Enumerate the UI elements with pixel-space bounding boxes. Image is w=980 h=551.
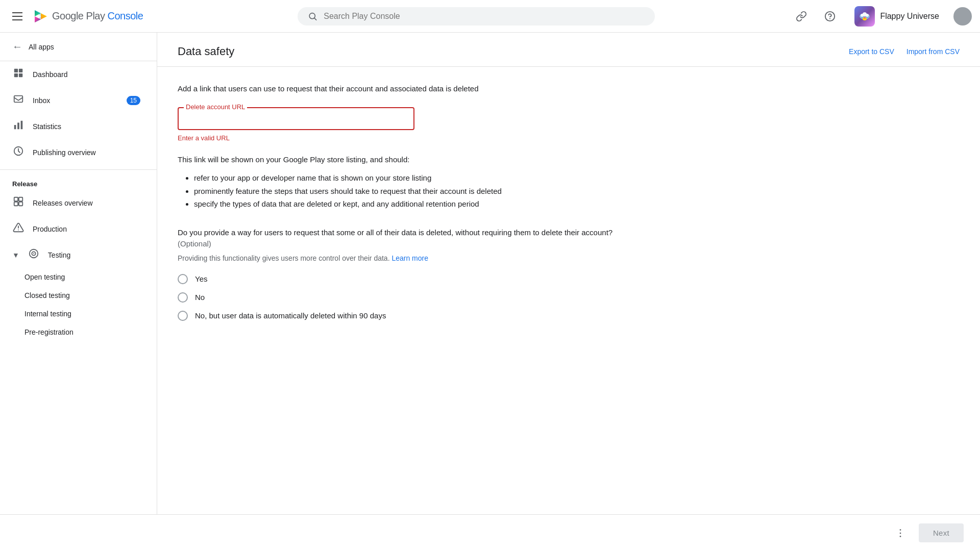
releases-overview-icon [12, 196, 24, 210]
import-csv-link[interactable]: Import from CSV [906, 47, 960, 56]
bullet-list-section: This link will be shown on your Google P… [178, 154, 627, 211]
sidebar-dashboard-label: Dashboard [33, 70, 140, 79]
production-icon [12, 222, 24, 236]
testing-chevron-icon: ▼ [12, 251, 19, 259]
page-header: Data safety Export to CSV Import from CS… [157, 33, 980, 67]
sidebar-publishing-label: Publishing overview [33, 148, 140, 157]
testing-icon [28, 248, 40, 262]
all-apps-button[interactable]: ← All apps [0, 33, 157, 61]
inbox-icon [12, 93, 24, 107]
export-csv-link[interactable]: Export to CSV [849, 47, 894, 56]
svg-rect-13 [19, 73, 22, 77]
more-options-button[interactable] [890, 523, 911, 543]
link-icon-button[interactable] [791, 6, 812, 27]
all-apps-label: All apps [29, 43, 54, 51]
internal-testing-label: Internal testing [24, 310, 144, 318]
list-item: prominently feature the steps that users… [194, 185, 627, 198]
footer-bar: Next [0, 514, 980, 551]
link-icon [796, 11, 807, 22]
search-icon [308, 11, 317, 21]
app-icon [854, 6, 875, 27]
svg-rect-11 [19, 69, 22, 72]
menu-button[interactable] [8, 8, 27, 24]
sidebar-item-publishing[interactable]: Publishing overview [0, 139, 153, 165]
radio-yes-label: Yes [195, 274, 207, 283]
help-icon [824, 11, 836, 22]
next-button[interactable]: Next [919, 523, 964, 542]
search-input[interactable] [324, 12, 645, 21]
app-chip[interactable]: Flappy Universe [848, 4, 945, 29]
question-section: Do you provide a way for users to reques… [178, 227, 627, 321]
svg-point-28 [900, 529, 901, 531]
radio-no-circle [178, 292, 188, 303]
more-vertical-icon [895, 528, 906, 539]
release-section-header: Release [0, 174, 157, 190]
sidebar-item-pre-registration[interactable]: Pre-registration [0, 323, 157, 341]
sidebar-item-open-testing[interactable]: Open testing [0, 268, 157, 286]
url-field-container: Delete account URL [178, 107, 414, 130]
sidebar-item-dashboard[interactable]: Dashboard [0, 61, 153, 87]
bullet-list-intro: This link will be shown on your Google P… [178, 154, 627, 166]
svg-point-7 [866, 14, 869, 17]
help-icon-button[interactable] [820, 6, 840, 27]
url-error-text: Enter a valid URL [178, 134, 627, 142]
user-avatar[interactable] [953, 7, 972, 26]
requirements-list: refer to your app or developer name that… [178, 171, 627, 211]
dashboard-icon [12, 67, 24, 81]
main-content: Data safety Export to CSV Import from CS… [157, 33, 980, 551]
svg-rect-10 [14, 69, 18, 72]
publishing-icon [12, 145, 24, 159]
radio-no-auto-circle [178, 311, 188, 321]
question-text: Do you provide a way for users to reques… [178, 227, 627, 250]
svg-rect-22 [19, 202, 22, 206]
search-box[interactable] [298, 7, 655, 26]
svg-rect-16 [17, 122, 19, 129]
app-icon-graphic [857, 9, 872, 24]
radio-option-no-auto[interactable]: No, but user data is automatically delet… [178, 311, 627, 321]
topnav-center [161, 7, 791, 26]
list-item: refer to your app or developer name that… [194, 171, 627, 185]
svg-rect-21 [14, 202, 18, 206]
svg-rect-20 [19, 197, 22, 201]
back-arrow-icon: ← [12, 41, 22, 53]
inbox-badge: 15 [127, 96, 140, 105]
svg-point-30 [900, 536, 901, 537]
open-testing-label: Open testing [24, 273, 144, 281]
radio-option-yes[interactable]: Yes [178, 274, 627, 284]
sidebar-item-statistics[interactable]: Statistics [0, 113, 153, 139]
svg-line-1 [314, 18, 316, 20]
svg-rect-17 [21, 121, 23, 130]
svg-rect-12 [14, 73, 18, 77]
learn-more-link[interactable]: Learn more [391, 254, 428, 262]
sidebar-item-releases-overview[interactable]: Releases overview [0, 190, 153, 216]
url-field-wrapper: Delete account URL [178, 107, 627, 130]
page-title: Data safety [178, 45, 234, 58]
app-name: Flappy Universe [880, 12, 939, 21]
list-item: specify the types of data that are delet… [194, 197, 627, 211]
main-layout: ← All apps Dashboard [0, 33, 980, 551]
brand-text: Google Play Console [52, 10, 143, 22]
delete-account-url-input[interactable] [186, 116, 406, 125]
topnav-right: Flappy Universe [791, 4, 972, 29]
brand-logo: Google Play Console [33, 8, 143, 24]
sidebar-item-inbox[interactable]: Inbox 15 [0, 87, 153, 113]
sidebar-item-closed-testing[interactable]: Closed testing [0, 286, 157, 305]
radio-yes-circle [178, 274, 188, 284]
radio-no-auto-label: No, but user data is automatically delet… [195, 311, 386, 320]
sidebar-statistics-label: Statistics [33, 122, 140, 131]
sidebar-divider [0, 169, 157, 170]
sidebar-inbox-label: Inbox [33, 96, 118, 105]
pre-registration-label: Pre-registration [24, 328, 144, 336]
svg-point-29 [900, 532, 901, 534]
sidebar-item-production[interactable]: Production [0, 216, 153, 242]
optional-label: (Optional) [178, 239, 211, 248]
svg-point-9 [864, 17, 866, 19]
top-navigation: Google Play Console [0, 0, 980, 33]
radio-option-no[interactable]: No [178, 292, 627, 303]
helper-text: Providing this functionality gives users… [178, 253, 627, 264]
sidebar-testing-label: Testing [48, 251, 144, 259]
svg-point-3 [830, 18, 830, 19]
closed-testing-label: Closed testing [24, 291, 144, 299]
sidebar-item-testing[interactable]: ▼ Testing [0, 242, 157, 268]
sidebar-item-internal-testing[interactable]: Internal testing [0, 305, 157, 323]
